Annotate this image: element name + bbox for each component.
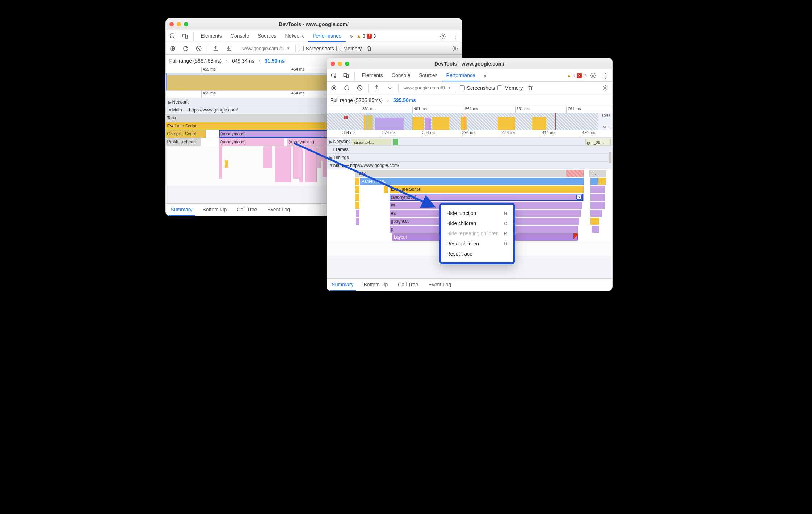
crumb-full-range[interactable]: Full range (5667.63ms) [169,58,222,64]
crumb-mid[interactable]: 649.34ms [232,58,254,64]
clear-icon[interactable] [354,83,365,93]
collect-garbage-icon[interactable] [525,83,536,93]
btab-event-log[interactable]: Event Log [425,279,454,291]
download-icon[interactable] [384,83,395,93]
track-timings[interactable]: ▶Timings [327,153,612,161]
seg[interactable] [602,178,606,185]
seg-compile-script[interactable]: Compil…Script [166,130,206,138]
record-icon[interactable] [328,83,339,93]
more-icon[interactable]: ⋮ [450,31,460,41]
scrollbar-thumb[interactable] [609,152,611,163]
settings-icon[interactable] [588,71,598,81]
memory-toggle[interactable]: Memory [336,46,362,51]
upload-icon[interactable] [210,43,221,54]
settings-icon[interactable] [600,83,611,93]
overview-minimap[interactable]: ▮▮ CPU NET [327,113,612,130]
reload-icon[interactable] [180,43,191,54]
collect-garbage-icon[interactable] [364,43,375,54]
crumb-full-range[interactable]: Full range (5705.85ms) [331,97,383,103]
error-count[interactable]: ✕ 2 [577,73,586,78]
seg[interactable] [355,202,359,209]
seg-long-task[interactable] [566,170,583,177]
seg[interactable] [384,186,388,193]
device-toolbar-icon[interactable] [180,31,190,41]
menu-reset-children[interactable]: Reset childrenU [441,239,513,249]
device-toolbar-icon[interactable] [341,71,352,81]
crumb-current[interactable]: 31.59ms [265,58,285,64]
seg-anonymous[interactable]: (anonymous) [219,138,284,146]
tabs-overflow-icon[interactable]: » [347,31,355,41]
warning-count[interactable]: ▲ 5 [567,73,575,78]
tabs-overflow-icon[interactable]: » [481,71,489,81]
minimize-window-icon[interactable] [338,62,342,66]
seg[interactable] [356,210,359,217]
track-network[interactable]: ▶Network n,jsa,mb4… gen_20… [327,138,612,146]
btab-summary[interactable]: Summary [168,204,195,216]
btab-summary[interactable]: Summary [329,279,357,291]
seg[interactable] [590,194,605,201]
seg[interactable] [598,178,602,185]
menu-reset-trace[interactable]: Reset trace [441,249,513,259]
target-selector[interactable]: www.google.com #1 ▼ [401,85,454,90]
tab-sources[interactable]: Sources [253,30,281,42]
seg[interactable] [590,186,605,193]
close-window-icon[interactable] [331,62,335,66]
entry-dropdown-icon[interactable]: ▼ [576,195,582,200]
seg-task[interactable]: Task [355,170,583,177]
tab-sources[interactable]: Sources [415,69,442,81]
menu-hide-children[interactable]: Hide childrenC [441,218,513,228]
track-main[interactable]: ▼Main — https://www.google.com/ [327,161,612,169]
tab-elements[interactable]: Elements [358,69,387,81]
select-element-icon[interactable] [328,71,339,81]
download-icon[interactable] [223,43,234,54]
zoom-window-icon[interactable] [184,22,188,26]
flame-chart[interactable]: ▶Network n,jsa,mb4… gen_20… Frames ▶Timi… [327,138,612,278]
record-icon[interactable] [167,43,178,54]
seg-parse-html[interactable]: Parse HTML [360,178,584,185]
btab-event-log[interactable]: Event Log [264,204,293,216]
seg-task[interactable]: T… [589,170,606,177]
overview-ruler[interactable]: 361 ms 461 ms 561 ms 661 ms 761 ms [327,106,612,113]
btab-bottom-up[interactable]: Bottom-Up [199,204,230,216]
zoom-window-icon[interactable] [345,62,349,66]
seg[interactable] [590,218,599,225]
tab-console[interactable]: Console [226,30,253,42]
network-entry[interactable] [393,139,398,145]
screenshots-toggle[interactable]: Screenshots [460,85,495,91]
btab-bottom-up[interactable]: Bottom-Up [361,279,391,291]
seg-parse-html[interactable] [355,178,359,185]
tab-console[interactable]: Console [387,69,415,81]
warning-count[interactable]: ▲ 3 [357,33,365,39]
tab-network[interactable]: Network [281,30,308,42]
settings-icon[interactable] [437,31,448,41]
seg[interactable] [592,226,599,233]
tab-performance[interactable]: Performance [308,30,346,42]
seg-profiling-overhead[interactable]: Profili…erhead [166,138,201,146]
seg[interactable] [590,178,598,185]
tab-elements[interactable]: Elements [197,30,226,42]
seg[interactable] [355,186,359,193]
tab-performance[interactable]: Performance [442,69,480,81]
btab-call-tree[interactable]: Call Tree [395,279,421,291]
network-entry[interactable]: n,jsa,mb4… [351,139,391,145]
target-selector[interactable]: www.google.com #1 ▼ [240,46,293,51]
error-count[interactable]: ! 3 [367,33,376,39]
seg[interactable] [356,218,359,225]
clear-icon[interactable] [193,43,204,54]
more-icon[interactable]: ⋮ [600,71,611,81]
select-element-icon[interactable] [167,31,178,41]
minimize-window-icon[interactable] [177,22,181,26]
reload-icon[interactable] [341,83,352,93]
seg[interactable] [355,194,359,201]
track-frames[interactable]: Frames [327,146,612,153]
menu-hide-function[interactable]: Hide functionH [441,208,513,218]
seg[interactable] [590,202,605,209]
settings-icon[interactable] [450,43,460,54]
flame-ruler[interactable]: 364 ms 374 ms 384 ms 394 ms 404 ms 414 m… [327,130,612,138]
upload-icon[interactable] [371,83,382,93]
btab-call-tree[interactable]: Call Tree [234,204,260,216]
network-entry[interactable]: gen_20… [585,139,611,145]
screenshots-toggle[interactable]: Screenshots [299,46,334,51]
memory-toggle[interactable]: Memory [497,85,523,91]
seg-anonymous-selected[interactable]: (anonymous) ▼ [390,194,584,201]
